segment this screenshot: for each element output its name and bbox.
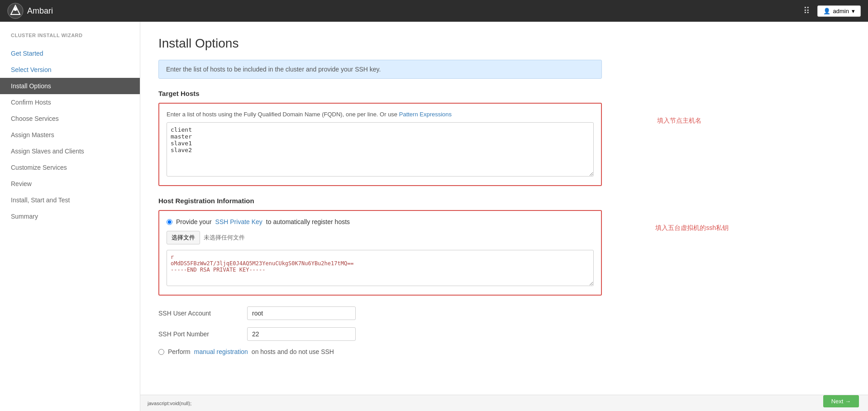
ssh-port-input[interactable]: [247, 327, 356, 341]
registration-box: Provide your SSH Private Key to automati…: [158, 210, 602, 296]
js-status: javascript:void(null);: [148, 401, 191, 406]
radio-label-2: to automatically register hosts: [266, 218, 350, 225]
ssh-user-label: SSH User Account: [158, 310, 240, 317]
ssh-private-key-link[interactable]: SSH Private Key: [215, 218, 262, 225]
annotation-ssh: 填入五台虚拟机的ssh私钥: [655, 224, 729, 232]
sidebar-item-review[interactable]: Review: [0, 176, 140, 192]
sidebar-item-confirm-hosts[interactable]: Confirm Hosts: [0, 94, 140, 110]
sidebar-item-install-start-test[interactable]: Install, Start and Test: [0, 192, 140, 208]
admin-label: admin: [833, 8, 849, 14]
ssh-port-row: SSH Port Number: [158, 327, 602, 341]
manual-radio[interactable]: [158, 349, 164, 355]
manual-label-1: Perform: [168, 348, 191, 355]
main-layout: CLUSTER INSTALL WIZARD Get Started Selec…: [0, 22, 868, 411]
sidebar-item-assign-slaves[interactable]: Assign Slaves and Clients: [0, 143, 140, 159]
chevron-down-icon: ▾: [852, 8, 855, 14]
manual-registration-link[interactable]: manual registration: [194, 348, 248, 355]
navbar-right: ⠿ 👤 admin ▾: [803, 5, 861, 17]
admin-dropdown-button[interactable]: 👤 admin ▾: [817, 5, 861, 17]
ssh-port-label: SSH Port Number: [158, 330, 240, 338]
brand-name: Ambari: [27, 6, 53, 16]
sidebar: CLUSTER INSTALL WIZARD Get Started Selec…: [0, 22, 140, 411]
brand: Ambari: [7, 3, 53, 19]
info-banner: Enter the list of hosts to be included i…: [158, 60, 602, 79]
sidebar-item-summary[interactable]: Summary: [0, 208, 140, 225]
manual-label-2: on hosts and do not use SSH: [252, 348, 334, 355]
bottom-bar: javascript:void(null);: [140, 395, 868, 411]
target-hosts-section: Target Hosts Enter a list of hosts using…: [158, 90, 602, 186]
ssh-key-textarea[interactable]: [167, 250, 594, 286]
target-hosts-box: Enter a list of hosts using the Fully Qu…: [158, 103, 602, 186]
choose-file-button[interactable]: 选择文件: [167, 231, 200, 244]
host-registration-title: Host Registration Information: [158, 197, 602, 205]
navbar: Ambari ⠿ 👤 admin ▾: [0, 0, 868, 22]
ambari-logo-icon: [7, 3, 24, 19]
page-title: Install Options: [158, 36, 602, 51]
file-input-row: 选择文件 未选择任何文件: [167, 231, 594, 244]
sidebar-title: CLUSTER INSTALL WIZARD: [0, 33, 140, 45]
sidebar-item-install-options[interactable]: Install Options: [0, 78, 140, 94]
sidebar-item-get-started[interactable]: Get Started: [0, 45, 140, 62]
annotation-hosts: 填入节点主机名: [657, 117, 701, 125]
sidebar-item-assign-masters[interactable]: Assign Masters: [0, 127, 140, 143]
sidebar-item-choose-services[interactable]: Choose Services: [0, 110, 140, 127]
hosts-description: Enter a list of hosts using the Fully Qu…: [167, 111, 594, 118]
grid-icon[interactable]: ⠿: [803, 5, 810, 16]
sidebar-item-customize-services[interactable]: Customize Services: [0, 159, 140, 176]
ssh-user-row: SSH User Account: [158, 306, 602, 320]
ssh-key-radio-row: Provide your SSH Private Key to automati…: [167, 218, 594, 225]
content-wrapper: Install Options Enter the list of hosts …: [158, 36, 602, 355]
next-button[interactable]: Next →: [823, 395, 859, 407]
file-name-label: 未选择任何文件: [204, 234, 245, 242]
target-hosts-textarea[interactable]: [167, 122, 594, 177]
target-hosts-title: Target Hosts: [158, 90, 602, 97]
pattern-expressions-link[interactable]: Pattern Expressions: [399, 111, 452, 118]
user-icon: 👤: [823, 8, 830, 14]
manual-registration-row: Perform manual registration on hosts and…: [158, 348, 602, 355]
radio-label-1: Provide your: [176, 218, 212, 225]
host-registration-section: Host Registration Information Provide yo…: [158, 197, 602, 296]
main-content: Install Options Enter the list of hosts …: [140, 22, 868, 411]
ssh-key-radio[interactable]: [167, 219, 172, 225]
sidebar-item-select-version[interactable]: Select Version: [0, 62, 140, 78]
svg-point-2: [14, 7, 17, 11]
ssh-user-input[interactable]: [247, 306, 356, 320]
